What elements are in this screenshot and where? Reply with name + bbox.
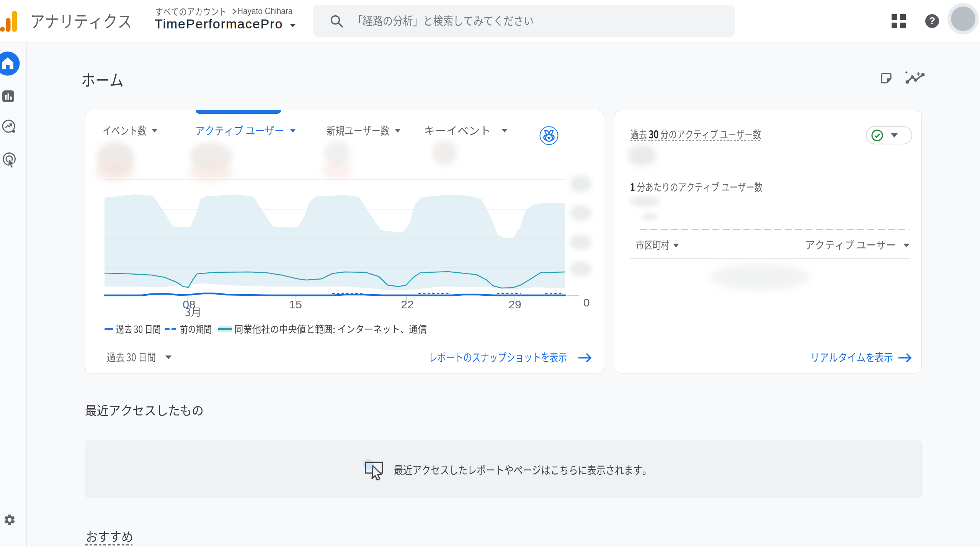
svg-text:?: ? — [929, 15, 935, 26]
